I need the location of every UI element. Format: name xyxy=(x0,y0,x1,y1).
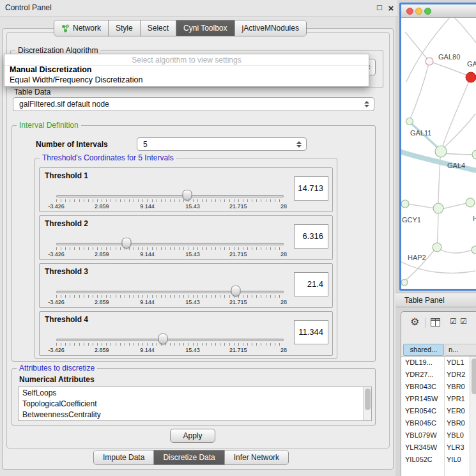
table-row[interactable]: YBL079W YBL0 xyxy=(401,429,470,441)
table-data-select[interactable]: galFiltered.sif default node xyxy=(13,97,374,111)
apply-button[interactable]: Apply xyxy=(170,429,215,443)
dropdown-option-equal-width-frequency[interactable]: Equal Width/Frequency Discretization xyxy=(10,75,142,84)
column-header-shared-name[interactable]: shared... xyxy=(403,344,444,356)
float-window-icon[interactable]: □ xyxy=(374,3,385,14)
list-scrollbar[interactable] xyxy=(363,387,371,420)
network-view-window[interactable]: GAL80 GA GAL11 GAL4 GCY1 H HAP2 xyxy=(399,3,476,291)
cell-shared-name[interactable]: YBL079W xyxy=(405,431,437,439)
network-node[interactable] xyxy=(433,203,443,213)
slider-track[interactable] xyxy=(56,339,284,341)
slider-track[interactable] xyxy=(56,291,284,293)
cell-name[interactable]: YIL0 xyxy=(447,456,461,463)
select-all-checkbox-icon[interactable]: ☑ xyxy=(450,317,457,326)
table-row[interactable]: YBR045C YBR0 xyxy=(401,417,470,429)
table-row[interactable]: YLR345W YLR3 xyxy=(401,441,470,454)
cell-shared-name[interactable]: YIL052C xyxy=(405,456,433,463)
network-node[interactable] xyxy=(401,200,409,208)
column-header-name[interactable]: n... xyxy=(445,344,476,356)
threshold-value-field[interactable]: 6.316 xyxy=(294,224,328,249)
scrollbar-thumb[interactable] xyxy=(472,358,476,394)
network-node[interactable] xyxy=(472,150,476,159)
scale-label: 21.715 xyxy=(229,203,247,210)
list-item[interactable]: SelfLoops xyxy=(22,388,56,397)
tab-select[interactable]: Select xyxy=(140,20,176,36)
close-traffic-light-icon[interactable] xyxy=(406,8,413,15)
cell-name[interactable]: YBL0 xyxy=(447,431,464,439)
threshold-value-field[interactable]: 11.344 xyxy=(294,320,328,344)
threshold-slider[interactable]: -3.426 2.859 9.144 15.43 21.715 28 xyxy=(56,238,284,258)
scale-label: 9.144 xyxy=(140,347,155,353)
table-header-row: shared... n... xyxy=(401,343,476,357)
threshold-slider[interactable]: -3.426 2.859 9.144 15.43 21.715 28 xyxy=(56,286,284,306)
minimize-traffic-light-icon[interactable] xyxy=(415,8,422,15)
network-node[interactable] xyxy=(433,243,441,252)
tab-impute-data[interactable]: Impute Data xyxy=(94,450,153,464)
network-node[interactable] xyxy=(406,118,413,125)
slider-ticks xyxy=(56,343,284,346)
close-icon[interactable]: × xyxy=(386,3,396,14)
cell-name[interactable]: YBR0 xyxy=(447,419,465,427)
threshold-value-field[interactable]: 21.4 xyxy=(294,272,328,296)
node-label: GAL4 xyxy=(447,162,465,169)
cell-shared-name[interactable]: YDL19... xyxy=(405,358,433,366)
scale-label: -3.426 xyxy=(48,203,65,210)
number-of-intervals-select[interactable]: 5 xyxy=(137,137,307,151)
tab-label: Impute Data xyxy=(103,453,144,462)
tab-label: Cyni Toolbox xyxy=(183,24,227,33)
cell-name[interactable]: YLR3 xyxy=(447,443,464,451)
cell-shared-name[interactable]: YDR27... xyxy=(405,371,434,378)
control-panel-title: Control Panel xyxy=(5,3,52,12)
network-node[interactable] xyxy=(466,198,475,207)
scale-label: 2.859 xyxy=(95,347,109,353)
selected-network-node[interactable] xyxy=(466,72,476,82)
threshold-slider[interactable]: -3.426 2.859 9.144 15.43 21.715 28 xyxy=(56,334,284,354)
dropdown-option-manual-discretization[interactable]: Manual Discretization xyxy=(10,65,92,74)
zoom-traffic-light-icon[interactable] xyxy=(424,8,431,15)
cell-name[interactable]: YDL1 xyxy=(447,358,464,366)
slider-track[interactable] xyxy=(56,243,284,245)
network-node[interactable] xyxy=(401,279,408,286)
table-row[interactable]: YER054C YER0 xyxy=(401,405,470,417)
network-node[interactable] xyxy=(472,246,476,254)
attributes-group-title: Attributes to discretize xyxy=(17,364,97,372)
scale-label: 2.859 xyxy=(95,251,109,257)
gear-icon[interactable]: ⚙ xyxy=(410,316,419,328)
list-item[interactable]: BetweennessCentrality xyxy=(22,410,101,419)
tab-infer-network[interactable]: Infer Network xyxy=(224,450,288,464)
network-node[interactable] xyxy=(426,58,433,65)
table-row[interactable]: YDR27... YDR2 xyxy=(401,369,470,381)
tab-jactivemnodules[interactable]: jActiveMNodules xyxy=(234,20,306,36)
table-row[interactable]: YDL19... YDL1 xyxy=(401,357,470,369)
scrollbar-thumb[interactable] xyxy=(365,388,371,410)
list-item[interactable]: TopologicalCoefficient xyxy=(22,399,97,408)
network-graph: GAL80 GA GAL11 GAL4 GCY1 H HAP2 xyxy=(401,18,476,289)
cell-name[interactable]: YER0 xyxy=(447,407,465,415)
cell-shared-name[interactable]: YBR045C xyxy=(405,419,436,427)
cell-shared-name[interactable]: YBR043C xyxy=(405,383,436,390)
slider-track[interactable] xyxy=(56,195,284,197)
cell-name[interactable]: YBR0 xyxy=(447,383,465,390)
tab-cyni-toolbox[interactable]: Cyni Toolbox xyxy=(176,20,234,36)
cell-shared-name[interactable]: YER054C xyxy=(405,407,436,415)
cell-shared-name[interactable]: YPR145W xyxy=(405,395,438,403)
table-scrollbar[interactable] xyxy=(470,357,476,476)
tab-style[interactable]: Style xyxy=(108,20,140,36)
threshold-label: Threshold 4 xyxy=(45,315,88,324)
table-row[interactable]: YIL052C YIL0 xyxy=(401,454,470,466)
cell-name[interactable]: YDR2 xyxy=(447,371,465,378)
network-node[interactable] xyxy=(435,146,447,157)
tab-label: Discretize Data xyxy=(163,453,215,462)
cell-shared-name[interactable]: YLR345W xyxy=(405,443,437,451)
table-data-label: Table Data xyxy=(14,88,50,96)
tab-network[interactable]: Network xyxy=(54,20,108,36)
cell-name[interactable]: YPR1 xyxy=(447,395,465,403)
table-row[interactable]: YPR145W YPR1 xyxy=(401,393,470,405)
threshold-value-field[interactable]: 14.713 xyxy=(294,176,328,201)
table-row[interactable]: YBR043C YBR0 xyxy=(401,381,470,393)
tab-discretize-data[interactable]: Discretize Data xyxy=(153,450,224,464)
network-canvas[interactable]: GAL80 GA GAL11 GAL4 GCY1 H HAP2 xyxy=(401,18,476,289)
tab-label: jActiveMNodules xyxy=(242,24,299,33)
threshold-slider[interactable]: -3.426 2.859 9.144 15.43 21.715 28 xyxy=(56,190,284,210)
columns-icon[interactable] xyxy=(431,318,440,328)
select-none-checkbox-icon[interactable]: ☑ xyxy=(460,317,467,326)
